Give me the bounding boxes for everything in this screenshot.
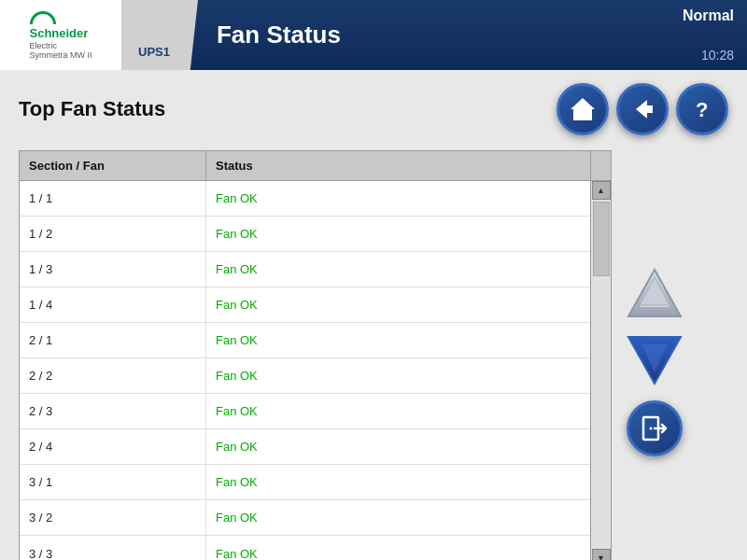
cell-status: Fan OK: [206, 217, 590, 251]
cell-section: 1 / 3: [20, 252, 206, 287]
table-row: 1 / 1 Fan OK: [20, 181, 590, 217]
cell-status: Fan OK: [206, 500, 590, 535]
side-buttons: [612, 150, 684, 560]
table-rows: 1 / 1 Fan OK 1 / 2 Fan OK 1 / 3 Fan OK 1…: [20, 181, 590, 560]
header-title: Fan Status: [217, 21, 341, 49]
header-right: Normal 10:28: [683, 0, 747, 70]
page-up-button[interactable]: [625, 266, 684, 320]
table-row: 2 / 3 Fan OK: [20, 394, 590, 429]
cell-section: 1 / 1: [20, 181, 206, 216]
ups-tab[interactable]: UPS1: [121, 0, 198, 70]
table-row: 3 / 1 Fan OK: [20, 465, 590, 500]
cell-status: Fan OK: [206, 252, 590, 287]
scroll-thumb[interactable]: [593, 202, 610, 276]
svg-rect-0: [580, 114, 585, 120]
table-row: 1 / 2 Fan OK: [20, 217, 590, 252]
cell-section: 2 / 2: [20, 358, 206, 393]
cell-status: Fan OK: [206, 465, 590, 499]
svg-text:?: ?: [696, 98, 708, 121]
col-header-section: Section / Fan: [20, 151, 206, 180]
help-icon: ?: [688, 95, 716, 123]
table-row: 2 / 4 Fan OK: [20, 429, 590, 465]
table-header: Section / Fan Status: [20, 151, 611, 181]
back-button[interactable]: [616, 83, 669, 135]
page-down-button[interactable]: [625, 333, 684, 387]
fan-status-table: Section / Fan Status 1 / 1 Fan OK 1 / 2 …: [19, 150, 612, 560]
scrollbar[interactable]: ▲ ▼: [590, 181, 611, 560]
scroll-down-button[interactable]: ▼: [592, 549, 611, 560]
cell-status: Fan OK: [206, 358, 590, 393]
schneider-logo: Schneider Electric Symmetra MW II: [30, 11, 92, 60]
table-body: 1 / 1 Fan OK 1 / 2 Fan OK 1 / 3 Fan OK 1…: [20, 181, 611, 560]
col-header-status: Status: [206, 151, 590, 180]
svg-rect-1: [645, 105, 653, 113]
logo-arc: [30, 11, 56, 24]
table-area: Section / Fan Status 1 / 1 Fan OK 1 / 2 …: [19, 150, 728, 560]
main-content: Top Fan Status ?: [0, 70, 747, 560]
sub-brand: Electric: [30, 41, 58, 50]
header: Schneider Electric Symmetra MW II UPS1 F…: [0, 0, 747, 70]
brand-name: Schneider: [30, 26, 89, 40]
back-icon: [628, 95, 656, 123]
table-row: 2 / 2 Fan OK: [20, 358, 590, 394]
home-icon: [569, 95, 597, 123]
table-row: 3 / 2 Fan OK: [20, 500, 590, 536]
cell-section: 2 / 4: [20, 429, 206, 464]
exit-button[interactable]: [627, 400, 683, 456]
nav-buttons: ?: [557, 83, 728, 135]
cell-status: Fan OK: [206, 536, 590, 560]
header-title-area: Fan Status: [198, 0, 683, 70]
cell-section: 3 / 2: [20, 500, 206, 535]
cell-status: Fan OK: [206, 287, 590, 322]
page-down-icon: [625, 333, 684, 387]
cell-section: 2 / 1: [20, 323, 206, 357]
exit-icon: [638, 412, 671, 445]
time-display: 10:28: [701, 48, 734, 66]
page-heading: Top Fan Status: [19, 97, 165, 121]
logo-area: Schneider Electric Symmetra MW II: [0, 0, 121, 70]
cell-status: Fan OK: [206, 394, 590, 428]
cell-section: 3 / 1: [20, 465, 206, 499]
page-up-icon: [625, 266, 684, 320]
table-row: 1 / 4 Fan OK: [20, 287, 590, 323]
cell-section: 1 / 2: [20, 217, 206, 251]
home-button[interactable]: [557, 83, 609, 135]
cell-section: 2 / 3: [20, 394, 206, 428]
top-bar: Top Fan Status ?: [19, 83, 728, 135]
cell-section: 1 / 4: [20, 287, 206, 322]
cell-status: Fan OK: [206, 181, 590, 216]
cell-status: Fan OK: [206, 429, 590, 464]
table-row: 3 / 3 Fan OK: [20, 536, 590, 560]
cell-status: Fan OK: [206, 323, 590, 357]
ups-label: UPS1: [138, 45, 170, 59]
cell-section: 3 / 3: [20, 536, 206, 560]
table-row: 2 / 1 Fan OK: [20, 323, 590, 358]
table-row: 1 / 3 Fan OK: [20, 252, 590, 287]
status-badge: Normal: [683, 4, 734, 24]
help-button[interactable]: ?: [676, 83, 728, 135]
model-name: Symmetra MW II: [30, 50, 92, 60]
scroll-up-button[interactable]: ▲: [592, 181, 611, 200]
